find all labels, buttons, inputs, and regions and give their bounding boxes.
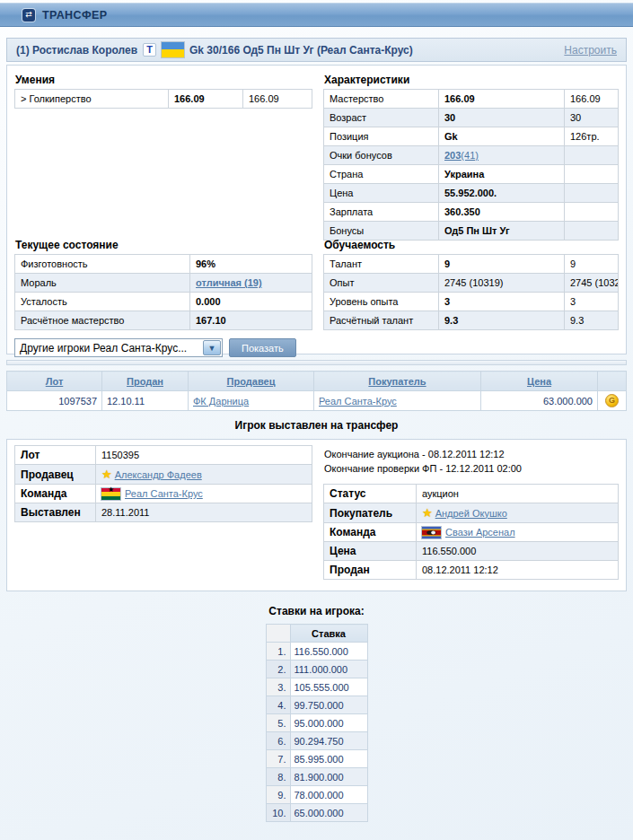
table-row: Очки бонусов 203(41) bbox=[324, 146, 619, 165]
bids-heading: Ставки на игрока: bbox=[0, 605, 633, 617]
state-value: 96% bbox=[190, 255, 312, 274]
bid-rank: 3. bbox=[266, 678, 290, 696]
bid-rank: 4. bbox=[266, 696, 290, 714]
seller-team-link[interactable]: Реал Санта-Крус bbox=[125, 488, 203, 499]
char-value: 166.09 bbox=[439, 90, 565, 109]
char-label: Страна bbox=[324, 165, 439, 184]
train-value2: 9 bbox=[565, 255, 619, 274]
bid-value: 78.000.000 bbox=[290, 786, 367, 804]
table-row: Усталость 0.000 bbox=[15, 293, 312, 311]
gold-coin-icon: G bbox=[605, 394, 619, 407]
table-row: Выставлен 28.11.2011 bbox=[15, 503, 312, 522]
bid-value: 81.900.000 bbox=[290, 768, 367, 786]
fp-check-end-line: Окончание проверки ФП - 12.12.2011 02:00 bbox=[324, 461, 619, 476]
bonus-points-extra-link[interactable]: (41) bbox=[461, 150, 479, 161]
skill-value: 166.09 bbox=[169, 90, 243, 109]
show-button[interactable]: Показать bbox=[229, 338, 296, 357]
train-value: 3 bbox=[439, 293, 565, 311]
table-row: Уровень опыта 3 3 bbox=[324, 293, 619, 311]
seller-team-flag-icon: ★ bbox=[101, 488, 120, 500]
col-header-lot[interactable]: Лот bbox=[7, 372, 102, 391]
transfer-history-table: Лот Продан Продавец Покупатель Цена 1097… bbox=[6, 371, 627, 411]
settings-link[interactable]: Настроить bbox=[564, 44, 617, 57]
seller-link[interactable]: Александр Фадеев bbox=[115, 469, 202, 480]
table-row: Опыт 2745 (10319) 2745 (10322) bbox=[324, 274, 619, 293]
status-label: Статус bbox=[324, 485, 417, 503]
experience-note: (10319) bbox=[466, 277, 503, 288]
ukraine-flag-icon bbox=[162, 42, 184, 57]
table-header-row: Ставка bbox=[266, 625, 367, 643]
lot-label: Лот bbox=[15, 446, 96, 465]
characteristics-table: Мастерство 166.09 166.09 Возраст 30 30 П… bbox=[323, 89, 619, 241]
char-label: Позиция bbox=[324, 127, 439, 146]
table-row: Зарплата 360.350 bbox=[324, 203, 619, 222]
char-value: 203(41) bbox=[439, 146, 565, 165]
table-row: Продавец ★Александр Фадеев bbox=[15, 465, 312, 485]
bid-value: 85.995.000 bbox=[290, 750, 367, 768]
table-row: Команда ★Реал Санта-Крус bbox=[15, 485, 312, 503]
col-header-currency bbox=[598, 372, 627, 391]
current-state-heading: Текущее состояние bbox=[15, 239, 312, 251]
char-label: Цена bbox=[324, 184, 439, 203]
bid-value: 105.555.000 bbox=[290, 678, 367, 696]
morale-link[interactable]: отличная (19) bbox=[196, 277, 262, 288]
transfer-icon: ⇄ bbox=[22, 9, 35, 22]
buyer-team-label: Команда bbox=[324, 523, 417, 542]
skills-heading: Умения bbox=[15, 74, 312, 86]
bid-value: 90.294.750 bbox=[290, 732, 367, 750]
current-state-table: Физготовность 96% Мораль отличная (19) У… bbox=[14, 254, 312, 330]
col-header-price[interactable]: Цена bbox=[481, 372, 598, 391]
char-value2: 166.09 bbox=[565, 90, 619, 109]
team-label: Команда bbox=[15, 485, 96, 503]
star-icon: ★ bbox=[101, 468, 112, 481]
char-value2 bbox=[565, 146, 619, 165]
bid-value: 65.000.000 bbox=[290, 804, 367, 822]
table-row: 9.78.000.000 bbox=[266, 786, 367, 804]
table-row: Расчётный талант 9.3 9.3 bbox=[324, 311, 619, 330]
table-row: > Голкиперство 166.09 166.09 bbox=[15, 90, 312, 109]
char-value: Gk bbox=[439, 127, 565, 146]
bid-value: 95.000.000 bbox=[290, 714, 367, 732]
skills-table: > Голкиперство 166.09 166.09 bbox=[14, 89, 312, 109]
char-value2: 30 bbox=[565, 109, 619, 127]
chevron-down-icon[interactable]: ▼ bbox=[203, 340, 221, 355]
buyer-team-link[interactable]: Свази Арсенал bbox=[445, 527, 515, 538]
bid-rank: 9. bbox=[266, 786, 290, 804]
bid-value: 99.750.000 bbox=[290, 696, 367, 714]
bid-column-header: Ставка bbox=[290, 625, 367, 643]
other-players-select-value: Другие игроки Реал Санта-Крус... bbox=[20, 342, 187, 354]
table-row: Статус аукцион bbox=[324, 485, 619, 503]
table-row: 3.105.555.000 bbox=[266, 678, 367, 696]
experience-main: 2745 bbox=[444, 277, 466, 288]
char-label: Мастерство bbox=[324, 90, 439, 109]
other-players-select[interactable]: Другие игроки Реал Санта-Крус... ▼ bbox=[14, 338, 223, 357]
buyer-link[interactable]: Андрей Окушко bbox=[435, 508, 507, 519]
history-sold-date: 12.10.11 bbox=[102, 391, 189, 411]
bonus-points-link[interactable]: 203 bbox=[444, 150, 461, 161]
skill-label[interactable]: > Голкиперство bbox=[15, 90, 169, 109]
train-value: 9 bbox=[439, 255, 565, 274]
table-row: 4.99.750.000 bbox=[266, 696, 367, 714]
train-value2: 3 bbox=[565, 293, 619, 311]
buyer-cell: ★Андрей Окушко bbox=[417, 503, 619, 523]
col-header-sold[interactable]: Продан bbox=[102, 372, 189, 391]
train-label: Уровень опыта bbox=[324, 293, 439, 311]
listed-label: Выставлен bbox=[15, 503, 96, 522]
bid-rank: 1. bbox=[266, 643, 290, 661]
table-row: Цена 116.550.000 bbox=[324, 542, 619, 561]
auction-panel: Лот 1150395 Продавец ★Александр Фадеев К… bbox=[6, 439, 627, 591]
char-value: 30 bbox=[439, 109, 565, 127]
char-label: Возраст bbox=[324, 109, 439, 127]
state-label: Физготовность bbox=[15, 255, 190, 274]
bid-rank: 8. bbox=[266, 768, 290, 786]
transfer-page: ⇄ ТРАНСФЕР (1) Ростислав Королев T Gk 30… bbox=[0, 3, 633, 840]
col-header-buyer[interactable]: Покупатель bbox=[314, 372, 481, 391]
char-value: Украина bbox=[439, 165, 565, 184]
col-header-seller[interactable]: Продавец bbox=[189, 372, 314, 391]
title-bar: ⇄ ТРАНСФЕР bbox=[0, 3, 633, 27]
table-row: Страна Украина bbox=[324, 165, 619, 184]
table-row: Продан 08.12.2011 12:12 bbox=[324, 561, 619, 580]
char-label: Очки бонусов bbox=[324, 146, 439, 165]
history-buyer: Реал Санта-Крус bbox=[314, 391, 481, 411]
trainability-table: Талант 9 9 Опыт 2745 (10319) 2745 (10322… bbox=[323, 254, 619, 330]
